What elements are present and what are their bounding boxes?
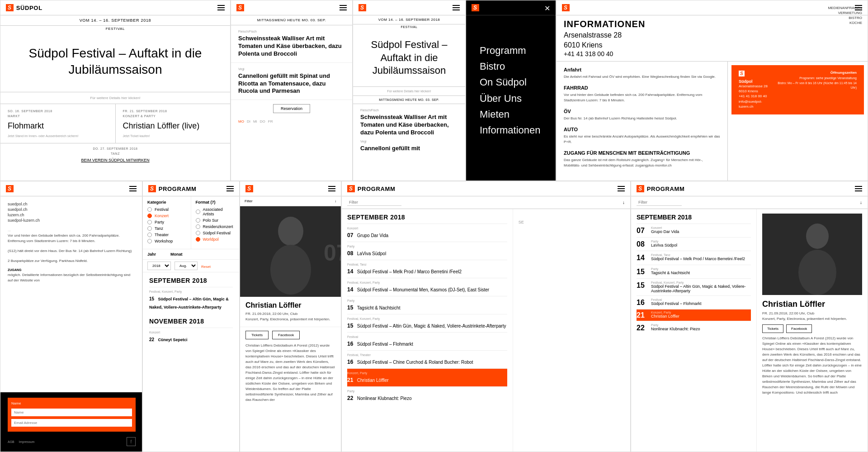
panel6-hamburger[interactable] bbox=[129, 186, 137, 191]
p6-link-2[interactable]: suedpol.ch bbox=[8, 207, 135, 212]
nav-item-programm[interactable]: Programm bbox=[480, 43, 542, 58]
p6-link-3[interactable]: luzern.ch bbox=[8, 213, 135, 217]
panel2-logo[interactable]: S bbox=[236, 4, 244, 11]
panel7-hamburger[interactable] bbox=[226, 186, 234, 191]
nav-item-mieten[interactable]: Mieten bbox=[480, 106, 542, 122]
panel9-hamburger[interactable] bbox=[618, 186, 625, 191]
filter-tanz: Tanz bbox=[147, 226, 186, 231]
filter-down-icon2[interactable]: ↓ bbox=[623, 200, 625, 205]
close-icon[interactable]: ✕ bbox=[544, 4, 550, 13]
p10-tickets-button[interactable]: Tickets bbox=[762, 324, 783, 333]
panel8-logo[interactable]: S bbox=[245, 185, 253, 192]
reservation-button[interactable]: Reservation bbox=[273, 104, 310, 113]
panel3-logo[interactable]: S bbox=[359, 4, 366, 11]
radio-tanz[interactable] bbox=[147, 226, 152, 231]
weekday-mi[interactable]: MI bbox=[253, 119, 257, 124]
next-event-date: DO. 27. SEPTEMBER 2018 bbox=[4, 147, 226, 150]
radio-party[interactable] bbox=[147, 220, 152, 224]
event-altin-gun[interactable]: Festival, Konzert, Party 15 Südpol Festi… bbox=[149, 287, 233, 313]
p10-tagsicht[interactable]: 15 Party Tagsicht & Nachtsicht bbox=[637, 265, 751, 278]
p10-laviva[interactable]: 08 Party LaViva Südpol bbox=[637, 237, 751, 251]
filter-input[interactable] bbox=[347, 199, 401, 206]
event-melk[interactable]: Festival, Tanz 14 Südpol Festival – Melk… bbox=[347, 260, 507, 278]
radio-residenz[interactable] bbox=[196, 224, 200, 229]
weekday-fr[interactable]: FR bbox=[268, 119, 273, 124]
panel9-logo[interactable]: S PROGRAMM bbox=[347, 185, 396, 192]
newsletter-email-input[interactable] bbox=[11, 419, 132, 427]
weekday-mo[interactable]: MO bbox=[238, 119, 244, 124]
month-select[interactable]: Aug. bbox=[175, 262, 198, 270]
facebook-button[interactable]: Facebook bbox=[272, 331, 300, 339]
info-link-kueche[interactable]: KÜCHE bbox=[828, 21, 862, 25]
card-logo: S bbox=[739, 71, 775, 76]
event2-note[interactable]: Jetzt Ticket kaufen! bbox=[123, 134, 223, 138]
nav-item-on-suedpol[interactable]: On Südpol bbox=[480, 74, 542, 90]
event-loeffler-highlight[interactable]: Konzert, Party 21 Christian Löffler bbox=[347, 368, 507, 386]
panel8-hamburger[interactable] bbox=[328, 186, 335, 191]
event-cuneyt[interactable]: Konzert 22 Cüneyt Sepetci bbox=[149, 328, 233, 346]
p6-link-4[interactable]: suedpol-luzern.ch bbox=[8, 218, 135, 223]
panel2-hamburger[interactable] bbox=[340, 5, 347, 10]
filter-down-icon[interactable]: ↓ bbox=[335, 199, 336, 203]
panel7-logo[interactable]: S PROGRAMM bbox=[148, 185, 197, 192]
p10-grupo[interactable]: 07 Konzert Grupo Dar Vida bbox=[637, 224, 751, 237]
nav-item-ueber-uns[interactable]: Über Uns bbox=[480, 90, 542, 106]
event-flohmarkt[interactable]: Festival 16 Südpol Festival – Flohmarkt bbox=[347, 332, 507, 350]
card-email[interactable]: info@suedpol-luzern.ch bbox=[739, 99, 775, 109]
p10-altin[interactable]: 15 Festival, Konzert, Party Südpol Festi… bbox=[637, 278, 751, 295]
event-chine[interactable]: Festival, Theater 16 Südpol Festival – C… bbox=[347, 350, 507, 368]
newsletter-name-input[interactable] bbox=[11, 409, 132, 416]
nav-item-bistro[interactable]: Bistro bbox=[480, 58, 542, 74]
artist-info: Christian Löffler FR. 21.09.2018, 22:00 … bbox=[240, 297, 341, 327]
info-link-medien[interactable]: MEDIENANFRAGEN bbox=[828, 6, 862, 10]
filter-down-icon3[interactable]: ↓ bbox=[860, 200, 862, 205]
radio-associated[interactable] bbox=[196, 209, 200, 214]
info-link-bistro[interactable]: BISTRO bbox=[828, 16, 862, 20]
radio-konzert[interactable] bbox=[147, 214, 152, 218]
p6-link-1[interactable]: suedpol.ch bbox=[8, 202, 135, 206]
weekday-do[interactable]: DO bbox=[260, 119, 265, 124]
p10-loeffler-hi-date: 21 bbox=[637, 311, 650, 319]
panel4-logo[interactable]: S bbox=[472, 4, 479, 11]
nav-item-informationen[interactable]: Informationen bbox=[480, 122, 542, 138]
p10-facebook-button[interactable]: Facebook bbox=[786, 324, 812, 333]
panel5-logo[interactable]: S bbox=[562, 4, 570, 11]
panel10-logo[interactable]: S PROGRAMM bbox=[637, 185, 685, 192]
panel8-filter-text: Filter bbox=[245, 199, 253, 203]
filter-suedpol-festival: Südpol Festival bbox=[196, 231, 235, 235]
event-monumental[interactable]: Festival, Konzert, Party 14 Südpol Festi… bbox=[347, 278, 507, 296]
p10-melk[interactable]: 14 Festival, Tanz Südpol Festival – Melk… bbox=[637, 251, 751, 264]
section-access: ZUGANG FÜR MENSCHEN MIT BEEINTRÄCHTIGUNG… bbox=[564, 150, 720, 168]
radio-polo[interactable] bbox=[196, 218, 200, 223]
panel3-detail-link[interactable]: Für weitere Details hier klicken! bbox=[353, 87, 465, 96]
panel10-hamburger[interactable] bbox=[855, 186, 862, 191]
weekday-di[interactable]: DI bbox=[247, 119, 250, 124]
hamburger-menu-icon[interactable] bbox=[217, 5, 225, 10]
event-laviva[interactable]: Party 08 LaViva Südpol bbox=[347, 242, 507, 260]
panel1-logo[interactable]: S SÜDPOL bbox=[6, 4, 42, 11]
next-event-cta[interactable]: BEIM VEREIN SÜDPOL MITWIRKEN bbox=[4, 158, 226, 162]
panel10-filter-input[interactable] bbox=[637, 199, 682, 206]
panel6-logo[interactable]: S bbox=[6, 185, 14, 192]
event-altin[interactable]: Festival, Konzert, Party 15 Südpol Festi… bbox=[347, 314, 507, 332]
tickets-button[interactable]: Tickets bbox=[245, 331, 269, 339]
p10-floh[interactable]: 16 Festival Südpol Festival – Flohmarkt bbox=[637, 295, 751, 309]
footer-agb[interactable]: AGB bbox=[8, 440, 14, 443]
info-link-vermietung[interactable]: VERMIETUNG bbox=[828, 11, 862, 15]
event-grupo[interactable]: Konzert 07 Grupo Dar Vida bbox=[347, 224, 507, 242]
radio-worldpol[interactable] bbox=[196, 237, 200, 242]
festival-detail-link[interactable]: Für weitere Details hier klicken! bbox=[0, 92, 230, 104]
panel3-hamburger[interactable] bbox=[453, 5, 460, 10]
filter-reset-button[interactable]: Reset bbox=[201, 265, 211, 269]
event-nonlinear[interactable]: Party 22 Nonlinear Klubnacht: Piezo bbox=[347, 386, 507, 404]
radio-theater[interactable] bbox=[147, 233, 152, 237]
radio-suedpol-festival[interactable] bbox=[196, 231, 200, 235]
p10-loeffler-hi[interactable]: 21 Konzert, Party Christian Löffler bbox=[637, 309, 751, 321]
radio-workshop[interactable] bbox=[147, 239, 152, 243]
event-tagsicht[interactable]: Party 15 Tagsicht & Nachtsicht bbox=[347, 296, 507, 314]
year-select[interactable]: 2018 bbox=[147, 262, 171, 270]
radio-festival[interactable] bbox=[147, 207, 152, 212]
p10-nonlinear[interactable]: 22 Party Nonlinear Klubnacht: Piezo bbox=[637, 321, 751, 334]
facebook-icon[interactable]: f bbox=[127, 437, 136, 446]
footer-impressum[interactable]: Impressum bbox=[19, 440, 35, 443]
